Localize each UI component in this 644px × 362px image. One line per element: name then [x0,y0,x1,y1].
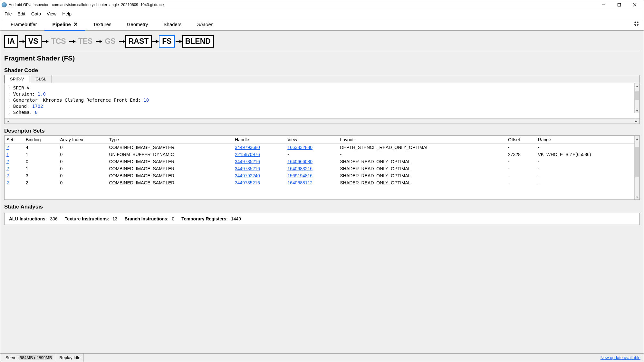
shader-code-text[interactable]: ; SPIR-V ; Version: 1.0 ; Generator: Khr… [5,83,639,118]
arrow-icon [69,41,75,42]
table-cell[interactable]: 2215970976 [233,151,285,158]
stage-tcs[interactable]: TCS [49,36,69,47]
table-row[interactable]: 210COMBINED_IMAGE_SAMPLER344973521616406… [5,165,639,172]
table-row[interactable]: 110UNIFORM_BUFFER_DYNAMIC2215970976--273… [5,151,639,158]
scrollbar-vertical[interactable]: ▴ ▾ [634,83,639,113]
tab-framebuffer[interactable]: Framebuffer [3,18,44,31]
stage-gs[interactable]: GS [102,36,118,47]
code-tab-spirv[interactable]: SPIR-V [5,75,29,83]
table-row[interactable]: 240COMBINED_IMAGE_SAMPLER344979368016638… [5,144,639,151]
table-cell-link[interactable]: 1569194816 [287,173,312,178]
scrollbar-vertical[interactable]: ▴ ▾ [634,136,639,200]
scroll-down-icon[interactable]: ▾ [635,108,639,113]
table-header[interactable]: Binding [24,136,58,144]
table-cell: SHADER_READ_ONLY_OPTIMAL [338,158,506,165]
table-cell-link[interactable]: 2 [6,159,9,164]
table-cell[interactable]: 2 [5,172,24,179]
table-cell-link[interactable]: 3449793680 [235,145,260,150]
stage-vs[interactable]: VS [25,35,42,48]
tab-shader[interactable]: Shader [189,18,220,31]
menu-help[interactable]: Help [59,10,74,18]
window-title: Android GPU Inspector - com.activision.c… [9,3,596,7]
table-cell[interactable]: 3449793680 [233,144,285,151]
table-cell[interactable]: 1640683216 [285,165,338,172]
close-icon[interactable]: ✕ [73,21,78,27]
scroll-right-icon[interactable]: ▸ [634,119,638,123]
table-cell-link[interactable]: 1640688112 [287,180,312,185]
stage-tes[interactable]: TES [76,36,95,47]
tab-shaders[interactable]: Shaders [156,18,189,31]
table-cell: - [506,144,536,151]
scroll-thumb[interactable] [635,147,639,177]
scroll-up-icon[interactable]: ▴ [635,83,639,88]
scroll-thumb[interactable] [635,91,639,100]
stage-rast[interactable]: RAST [125,35,152,48]
minimize-button[interactable] [596,0,611,9]
table-cell-link[interactable]: 2 [6,145,9,150]
scroll-left-icon[interactable]: ◂ [6,119,10,123]
stage-fs[interactable]: FS [159,35,175,48]
fullscreen-toggle-icon[interactable] [633,21,639,28]
status-server-value: 584MB of 899MB [19,355,53,360]
table-cell-link[interactable]: 3449735216 [235,166,260,171]
scroll-up-icon[interactable]: ▴ [635,136,639,141]
menu-view[interactable]: View [44,10,59,18]
code-tab-glsl[interactable]: GLSL [30,75,52,83]
stage-ia[interactable]: IA [4,35,18,48]
table-cell-link[interactable]: 1640683216 [287,166,312,171]
table-row[interactable]: 230COMBINED_IMAGE_SAMPLER344979224015691… [5,172,639,179]
table-cell: UNIFORM_BUFFER_DYNAMIC [107,151,233,158]
table-cell-link[interactable]: 3449792240 [235,173,260,178]
metric-value: 306 [50,216,57,221]
scroll-down-icon[interactable]: ▾ [635,194,639,200]
table-cell-link[interactable]: 1640666080 [287,159,312,164]
table-header[interactable]: Offset [506,136,536,144]
table-row[interactable]: 200COMBINED_IMAGE_SAMPLER344973521616406… [5,158,639,165]
table-cell[interactable]: 3449735216 [233,165,285,172]
update-available-link[interactable]: New update available [601,355,642,360]
arrow-icon [19,41,24,42]
menu-goto[interactable]: Goto [28,10,44,18]
menu-edit[interactable]: Edit [15,10,28,18]
table-cell[interactable]: 2 [5,144,24,151]
scrollbar-horizontal[interactable]: ◂ ▸ [5,118,639,124]
table-cell[interactable]: 2 [5,158,24,165]
maximize-button[interactable] [611,0,627,9]
table-row[interactable]: 220COMBINED_IMAGE_SAMPLER344973521616406… [5,179,639,186]
table-header[interactable]: Type [107,136,233,144]
table-cell-link[interactable]: 3449735216 [235,159,260,164]
table-cell[interactable]: 2 [5,179,24,186]
tab-geometry[interactable]: Geometry [119,18,156,31]
table-header[interactable]: Layout [338,136,506,144]
table-cell-link[interactable]: 2215970976 [235,152,260,157]
table-cell[interactable]: 1569194816 [285,172,338,179]
table-header[interactable]: Handle [233,136,285,144]
close-button[interactable] [627,0,642,9]
table-cell-link[interactable]: 2 [6,180,9,185]
table-cell[interactable]: 2 [5,165,24,172]
table-cell: 0 [58,158,107,165]
table-cell-link[interactable]: 2 [6,166,9,171]
tab-pipeline[interactable]: Pipeline ✕ [44,18,85,31]
table-cell-link[interactable]: 2 [6,173,9,178]
tab-textures[interactable]: Textures [85,18,119,31]
table-cell[interactable]: 1640688112 [285,179,338,186]
table-cell-link[interactable]: 1663832880 [287,145,312,150]
menu-file[interactable]: File [2,10,15,18]
table-cell: SHADER_READ_ONLY_OPTIMAL [338,179,506,186]
table-cell[interactable]: 3449792240 [233,172,285,179]
table-header[interactable]: View [285,136,338,144]
table-header[interactable]: Set [5,136,24,144]
table-header[interactable]: Array Index [58,136,107,144]
table-cell[interactable]: 1663832880 [285,144,338,151]
table-cell[interactable]: 3449735216 [233,158,285,165]
table-cell-link[interactable]: 3449735216 [235,180,260,185]
table-header[interactable]: Range [536,136,639,144]
table-cell[interactable]: 1 [5,151,24,158]
table-cell-link[interactable]: 1 [6,152,9,157]
table-cell[interactable]: 3449735216 [233,179,285,186]
stage-blend[interactable]: BLEND [182,35,214,48]
table-cell: COMBINED_IMAGE_SAMPLER [107,172,233,179]
status-server: Server: 584MB of 899MB [2,354,56,362]
table-cell[interactable]: 1640666080 [285,158,338,165]
